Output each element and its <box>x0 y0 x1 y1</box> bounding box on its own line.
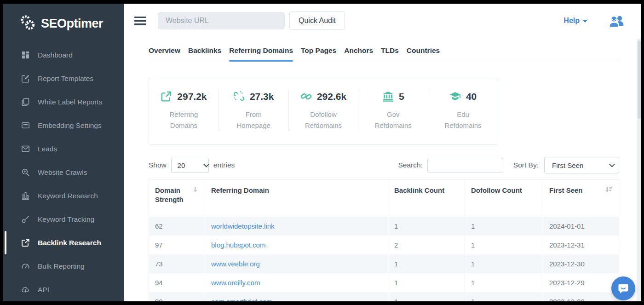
dofollow-count-cell: 1 <box>465 254 543 273</box>
external-link-icon <box>21 238 30 247</box>
sidebar-item-label: Leads <box>38 145 57 153</box>
tab[interactable]: Overview <box>149 46 180 61</box>
tab[interactable]: Countries <box>407 46 440 61</box>
scrollbar-thumb[interactable] <box>638 40 641 119</box>
sidebar-item-label: Backlink Research <box>38 239 101 247</box>
content: Overview Backlinks Referring Domains Top… <box>124 38 641 301</box>
sidebar-item[interactable]: Leads <box>3 137 124 161</box>
sidebar-item[interactable]: API <box>3 278 124 301</box>
cloud-download-icon <box>21 285 30 294</box>
sidebar-item-label: Report Templates <box>38 75 93 83</box>
sidebar-item-label: API <box>38 286 49 294</box>
show-label: Show <box>149 161 167 169</box>
dofollow-count-cell: 1 <box>465 273 543 292</box>
tab[interactable]: Anchors <box>344 46 373 61</box>
search-plus-icon <box>21 168 30 177</box>
domain-strength-cell: 73 <box>149 254 205 273</box>
quick-audit-button[interactable]: Quick Audit <box>289 12 345 30</box>
stat-label: Dofollow Refdomains <box>298 109 349 131</box>
domain-strength-cell: 90 <box>149 292 205 302</box>
broken-link-icon <box>233 91 245 102</box>
referring-domain-link[interactable]: blog.hubspot.com <box>211 241 265 249</box>
tab[interactable]: Backlinks <box>188 46 221 61</box>
stat: 292.6k Dofollow Refdomains <box>289 91 359 131</box>
referring-domain-link[interactable]: corp.smartbrief.com <box>211 298 272 302</box>
sidebar-item-label: Website Crawls <box>38 168 87 177</box>
sort-amount-down-icon <box>605 186 613 195</box>
stat: 297.2k Referring Domains <box>149 91 219 131</box>
tab[interactable]: Referring Domains <box>229 46 293 61</box>
first-seen-cell: 2023-12-31 <box>543 236 619 254</box>
chat-widget-button[interactable] <box>611 276 635 300</box>
column-header-domain-strength[interactable]: Domain Strength <box>149 180 205 210</box>
domain-strength-cell: 97 <box>149 236 205 254</box>
tab[interactable]: TLDs <box>381 46 399 61</box>
tab-bar: Overview Backlinks Referring Domains Top… <box>149 46 619 61</box>
seoptimer-gear-icon <box>19 14 36 33</box>
dofollow-count-cell: 1 <box>465 292 543 302</box>
refdomains-table: Domain Strength Referring Domain <box>149 179 619 301</box>
referring-domain-link[interactable]: worldwidetopsite.link <box>211 222 275 230</box>
key-icon <box>21 215 30 224</box>
stat: 40 Edu Refdomains <box>428 91 498 131</box>
sidebar-item[interactable]: Backlink Research <box>3 231 124 254</box>
stat-label: Edu Refdomains <box>438 109 489 131</box>
dofollow-count-cell: 1 <box>465 236 543 254</box>
sidebar-item[interactable]: Bulk Reporting <box>3 254 124 278</box>
page-size-select[interactable]: 20 <box>171 158 209 173</box>
website-url-input[interactable] <box>158 12 285 29</box>
column-header-first-seen[interactable]: First Seen <box>543 180 619 210</box>
sort-by-select[interactable]: First Seen <box>544 157 619 173</box>
first-seen-cell: 2023-12-29 <box>543 273 619 292</box>
hamburger-menu-icon[interactable] <box>134 17 146 25</box>
referring-domain-link[interactable]: www.oreilly.com <box>211 279 260 287</box>
tab[interactable]: Top Pages <box>301 46 336 61</box>
referring-domain-link[interactable]: www.veeble.org <box>211 260 260 268</box>
search-input[interactable] <box>427 158 503 173</box>
stat-label: Referring Domains <box>158 109 209 131</box>
first-seen-cell: 2024-01-01 <box>543 217 619 236</box>
table-row: 97 blog.hubspot.com 2 1 2023-12-31 <box>149 236 619 254</box>
sidebar-item-label: Bulk Reporting <box>38 262 85 270</box>
pages-icon <box>21 98 30 107</box>
stat: 27.3k From Homepage <box>219 91 289 131</box>
topbar: Quick Audit Help <box>124 4 641 38</box>
bank-icon <box>382 91 394 102</box>
stat-value: 27.3k <box>250 91 274 102</box>
main-area: Quick Audit Help <box>124 4 641 301</box>
search-label: Search: <box>398 161 422 169</box>
app-window: SEOptimer Dashboard Report Templates Whi… <box>3 4 641 301</box>
column-header-referring-domain[interactable]: Referring Domain <box>205 180 388 210</box>
sidebar-item-label: White Label Reports <box>38 98 102 106</box>
chain-link-icon <box>300 91 312 102</box>
sidebar-item[interactable]: Keyword Research <box>3 184 124 207</box>
stats-card: 297.2k Referring Domains 27.3k From Home… <box>149 78 498 145</box>
stat-label: Gov Refdomains <box>368 109 419 131</box>
logo[interactable]: SEOptimer <box>3 4 124 33</box>
sidebar-nav: Dashboard Report Templates White Label R… <box>3 43 124 301</box>
sidebar-item[interactable]: Embedding Settings <box>3 114 124 137</box>
table-row: 62 worldwidetopsite.link 1 1 2024-01-01 <box>149 217 619 236</box>
envelope-icon <box>21 144 30 154</box>
sort-arrow-down-icon <box>192 186 199 196</box>
stat-value: 297.2k <box>177 91 207 102</box>
sidebar-item[interactable]: Website Crawls <box>3 161 124 184</box>
sidebar-item-label: Keyword Tracking <box>38 215 94 224</box>
page-scrollbar[interactable] <box>637 39 641 301</box>
account-users-icon[interactable] <box>608 15 625 27</box>
help-dropdown[interactable]: Help <box>564 17 587 25</box>
chevron-down-icon <box>583 20 587 23</box>
sidebar: SEOptimer Dashboard Report Templates Whi… <box>3 4 124 301</box>
domain-strength-cell: 94 <box>149 273 205 292</box>
sidebar-item[interactable]: White Label Reports <box>3 90 124 114</box>
sidebar-item[interactable]: Keyword Tracking <box>3 207 124 231</box>
logo-text: SEOptimer <box>41 17 103 31</box>
first-seen-cell: 2023-12-28 <box>543 292 619 302</box>
sidebar-item[interactable]: Dashboard <box>3 43 124 67</box>
first-seen-cell: 2023-12-30 <box>543 254 619 273</box>
column-header-dofollow-count[interactable]: Dofollow Count <box>465 180 543 210</box>
external-link-icon <box>161 91 172 102</box>
column-header-backlink-count[interactable]: Backlink Count <box>388 180 465 210</box>
stat-value: 5 <box>399 91 404 102</box>
sidebar-item[interactable]: Report Templates <box>3 67 124 90</box>
